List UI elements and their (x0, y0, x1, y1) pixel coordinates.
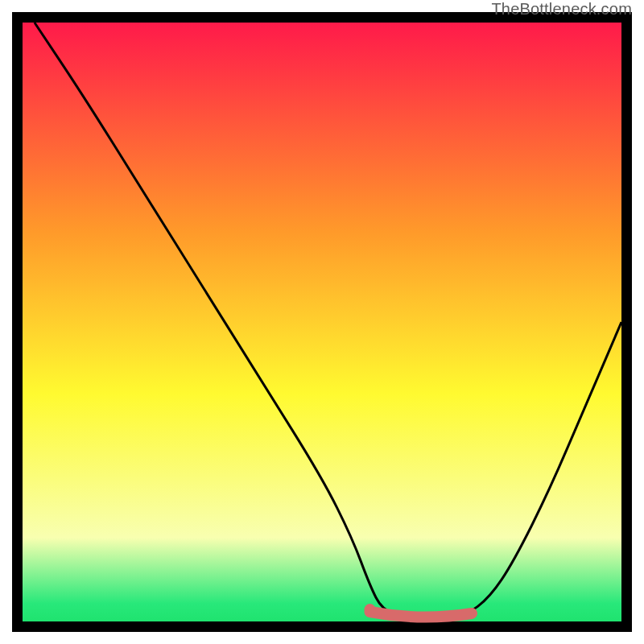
accent-sweet-spot (370, 612, 473, 617)
gradient-field (23, 23, 621, 621)
plot-svg (12, 12, 632, 632)
chart-canvas: TheBottleneck.com (0, 0, 644, 644)
plot-frame (12, 12, 632, 632)
accent-start-dot (365, 604, 376, 615)
watermark-text: TheBottleneck.com (491, 0, 632, 19)
